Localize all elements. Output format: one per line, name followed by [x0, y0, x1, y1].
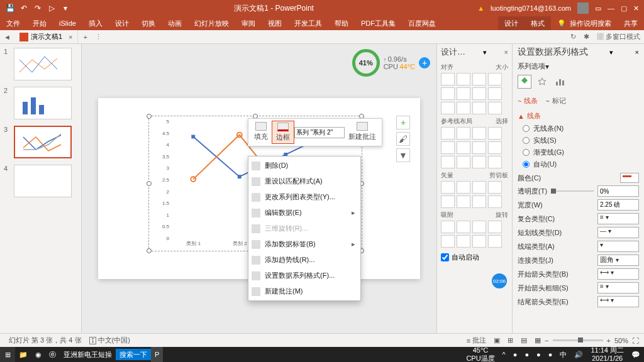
- tray-notifications-icon[interactable]: 💬: [628, 347, 644, 362]
- align-button[interactable]: [457, 73, 470, 85]
- maximize-icon[interactable]: ▢: [621, 4, 627, 13]
- guide-button[interactable]: [488, 141, 502, 154]
- warning-icon[interactable]: ▲: [477, 4, 484, 12]
- tab-animations[interactable]: 动画: [162, 16, 188, 30]
- guide-button[interactable]: [441, 127, 455, 140]
- snap-button[interactable]: [472, 235, 486, 248]
- tab-design[interactable]: 设计: [109, 16, 135, 30]
- menu-edit-data[interactable]: 编辑数据(E)▸: [248, 205, 360, 221]
- tray-icon[interactable]: ●: [545, 347, 557, 362]
- user-email[interactable]: luotingting0714@163.com: [491, 4, 571, 12]
- radio-none[interactable]: 无线条(N): [518, 123, 639, 134]
- align-button[interactable]: [457, 102, 470, 114]
- view-slideshow-icon[interactable]: ▦: [531, 336, 545, 344]
- tab-slideshow[interactable]: 幻灯片放映: [188, 16, 235, 30]
- auto-start-checkbox[interactable]: 自动启动: [441, 253, 508, 262]
- series-options-tab[interactable]: [553, 75, 567, 89]
- guide-button[interactable]: [488, 156, 502, 168]
- redo-icon[interactable]: ↷: [33, 3, 43, 13]
- tab-transitions[interactable]: 切换: [135, 16, 162, 30]
- align-button[interactable]: [441, 102, 455, 114]
- snap-button[interactable]: [457, 221, 470, 233]
- join-dropdown[interactable]: 圆角 ▾: [597, 255, 639, 266]
- view-normal-icon[interactable]: ▣: [490, 336, 504, 344]
- series-options-dropdown[interactable]: 系列选项 ▾: [518, 62, 639, 71]
- transparency-input[interactable]: [597, 185, 639, 197]
- multi-window-button[interactable]: ▥ 多窗口模式: [593, 32, 644, 41]
- start-from-beginning-icon[interactable]: ▷: [47, 3, 57, 13]
- avatar[interactable]: [577, 3, 589, 14]
- align-button[interactable]: [472, 73, 486, 85]
- resize-handle[interactable]: [147, 181, 152, 186]
- align-button[interactable]: [488, 73, 502, 85]
- slide-canvas[interactable]: 41% ↑ 0.96/s CPU 44°C + 5 4.5: [82, 44, 436, 333]
- zoom-out-icon[interactable]: −: [545, 337, 548, 344]
- menu-add-data-labels[interactable]: 添加数据标签(B)▸: [248, 236, 360, 252]
- dash-dropdown[interactable]: — ▾: [597, 227, 639, 238]
- menu-format-series[interactable]: 设置数据系列格式(F)...: [248, 268, 360, 283]
- fill-line-tab[interactable]: [518, 75, 531, 89]
- tab-view[interactable]: 视图: [262, 16, 288, 30]
- align-button[interactable]: [472, 87, 486, 100]
- menu-add-trendline[interactable]: 添加趋势线(R)...: [248, 252, 360, 268]
- tray-up-icon[interactable]: ^: [499, 347, 509, 362]
- close-doc-icon[interactable]: ×: [69, 33, 72, 41]
- tray-icon[interactable]: ●: [521, 347, 533, 362]
- vector-button[interactable]: [488, 181, 502, 194]
- task-ie-icon[interactable]: ⓔ: [45, 347, 60, 362]
- format-pane-close-icon[interactable]: ×: [635, 48, 639, 56]
- align-button[interactable]: [472, 102, 486, 114]
- compound-dropdown[interactable]: ≡ ▾: [597, 213, 639, 224]
- snap-button[interactable]: [457, 235, 470, 248]
- tab-baidu[interactable]: 百度网盘: [402, 16, 442, 30]
- vector-button[interactable]: [441, 195, 455, 208]
- guide-button[interactable]: [488, 127, 502, 140]
- tray-ime[interactable]: 中: [556, 347, 570, 362]
- snap-button[interactable]: [441, 235, 455, 248]
- vector-button[interactable]: [488, 195, 502, 208]
- tray-icon[interactable]: ●: [509, 347, 521, 362]
- radio-solid[interactable]: 实线(S): [518, 134, 639, 146]
- recording-badge[interactable]: 02:06: [492, 273, 507, 288]
- guide-button[interactable]: [457, 127, 470, 140]
- docbar-more-icon[interactable]: ⋮: [92, 33, 104, 41]
- series-selector[interactable]: [294, 127, 345, 138]
- perf-widget[interactable]: 41% ↑ 0.96/s CPU 44°C +: [352, 49, 430, 77]
- zoom-in-icon[interactable]: +: [607, 337, 611, 344]
- vector-button[interactable]: [441, 181, 455, 194]
- comments-button[interactable]: ≡ 批注: [463, 336, 490, 345]
- align-button[interactable]: [457, 87, 470, 100]
- chart-elements-button[interactable]: +: [396, 116, 410, 129]
- tab-pdf[interactable]: PDF工具集: [355, 16, 402, 30]
- tray-clock[interactable]: 11:14 周二2021/1/26: [587, 347, 628, 362]
- align-button[interactable]: [488, 87, 502, 100]
- ribbon-display-icon[interactable]: ▭: [595, 4, 601, 13]
- menu-new-comment[interactable]: 新建批注(M): [248, 283, 360, 299]
- arrow-begin-type-dropdown[interactable]: ⟷ ▾: [597, 268, 639, 280]
- qat-dropdown-icon[interactable]: ▾: [60, 3, 70, 13]
- snap-button[interactable]: [488, 235, 502, 248]
- marker-section-toggle[interactable]: ~ 标记: [545, 96, 565, 106]
- task-news[interactable]: 亚洲新电王短操: [60, 347, 116, 362]
- undo-icon[interactable]: ↶: [19, 3, 29, 13]
- design-pane-chevron-icon[interactable]: ▾: [483, 48, 487, 57]
- tell-me[interactable]: 💡 操作说明搜索: [551, 16, 618, 30]
- thumb-4[interactable]: 4: [4, 165, 77, 197]
- fill-button[interactable]: 填充: [250, 121, 272, 144]
- thumb-3[interactable]: 3: [4, 126, 77, 158]
- snap-button[interactable]: [441, 221, 455, 233]
- resize-handle[interactable]: [147, 114, 152, 119]
- tab-developer[interactable]: 开发工具: [288, 16, 328, 30]
- guide-button[interactable]: [472, 156, 486, 168]
- new-comment-button[interactable]: 新建批注: [345, 121, 380, 144]
- perf-add-icon[interactable]: +: [419, 57, 430, 69]
- arrow-begin-size-dropdown[interactable]: ≡ ▾: [597, 282, 639, 293]
- guide-button[interactable]: [457, 141, 470, 154]
- doc-tab[interactable]: 演示文稿1 ×: [14, 30, 79, 43]
- tab-help[interactable]: 帮助: [328, 16, 355, 30]
- tab-chart-design[interactable]: 设计: [498, 16, 525, 30]
- line-section-toggle[interactable]: ~ 线条: [518, 96, 538, 106]
- chart-styles-button[interactable]: 🖌: [396, 132, 410, 146]
- tray-icon[interactable]: ●: [533, 347, 545, 362]
- line-group-toggle[interactable]: ▲ 线条: [518, 111, 639, 121]
